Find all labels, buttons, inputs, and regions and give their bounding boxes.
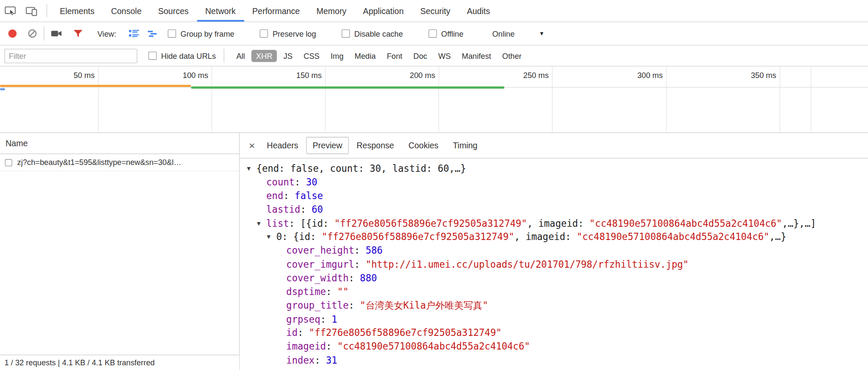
detail-tab-headers[interactable]: Headers	[260, 137, 305, 154]
record-icon	[8, 29, 17, 38]
json-tree-row[interactable]: count: 30	[240, 176, 868, 189]
capture-screenshots-camera-icon[interactable]	[51, 29, 62, 38]
disclosure-triangle-icon[interactable]: ▼	[267, 231, 276, 244]
detail-tab-cookies[interactable]: Cookies	[402, 137, 445, 154]
json-tree-row[interactable]: ▼{end: false, count: 30, lastid: 60,…}	[240, 162, 868, 176]
json-tree-row[interactable]: ▼list: [{id: "ff276e8056f58896e7cf92505a…	[240, 217, 868, 230]
toolbar-checkboxes: Group by framePreserve logDisable cacheO…	[168, 29, 489, 38]
filter-type-media[interactable]: Media	[350, 49, 380, 62]
filter-funnel-icon[interactable]	[73, 29, 83, 38]
json-value-string: "http://i1.umei.cc/uploads/tu/201701/798…	[365, 259, 688, 270]
tab-performance[interactable]: Performance	[244, 0, 308, 22]
filter-type-all[interactable]: All	[232, 49, 249, 62]
json-tree-row[interactable]: end: false	[240, 189, 868, 203]
overview-bar-queueing	[0, 88, 5, 90]
json-text: :	[298, 327, 309, 338]
detail-tab-response[interactable]: Response	[350, 137, 401, 154]
json-text: {end: false, count: 30, lastid: 60,…}	[256, 163, 466, 174]
tab-memory[interactable]: Memory	[308, 0, 354, 22]
clear-button[interactable]	[28, 29, 37, 38]
tab-console[interactable]: Console	[103, 0, 150, 22]
offline-checkbox[interactable]	[428, 29, 437, 38]
json-tree-row[interactable]: cover_imgurl: "http://i1.umei.cc/uploads…	[240, 257, 868, 271]
tab-elements[interactable]: Elements	[52, 0, 103, 22]
filter-input[interactable]	[4, 49, 137, 63]
divider	[224, 49, 224, 63]
json-text: :	[283, 190, 295, 201]
json-tree-row[interactable]: lastid: 60	[240, 203, 868, 217]
request-name: zj?ch=beauty&t1=595&listtype=new&sn=30&l…	[17, 158, 181, 167]
filter-type-css[interactable]: CSS	[299, 49, 324, 62]
filter-type-js[interactable]: JS	[279, 49, 297, 62]
grid-line	[552, 66, 552, 133]
json-value-string: "ff276e8056f58896e7cf92505a312749"	[309, 327, 501, 338]
json-key: lastid	[266, 204, 300, 215]
json-text: :	[295, 176, 306, 188]
tab-sources[interactable]: Sources	[150, 0, 197, 22]
json-tree-row[interactable]: cover_width: 880	[240, 271, 868, 285]
filter-type-other[interactable]: Other	[498, 49, 526, 62]
request-checkbox[interactable]	[5, 159, 12, 166]
json-tree-row[interactable]: imageid: "cc48190e57100864abc4d55a2c4104…	[240, 340, 868, 353]
json-key: dsptime	[286, 286, 326, 297]
view-label: View:	[98, 29, 116, 38]
filter-type-doc[interactable]: Doc	[409, 49, 431, 62]
tick-label: 350 ms	[696, 71, 776, 80]
filter-type-ws[interactable]: WS	[434, 49, 455, 62]
status-bar: 1 / 32 requests | 4.1 KB / 4.1 KB transf…	[0, 355, 239, 370]
device-toolbar-icon[interactable]	[21, 0, 42, 22]
json-tree-row[interactable]: id: "ff276e8056f58896e7cf92505a312749"	[240, 326, 868, 340]
offline-label: Offline	[441, 29, 463, 38]
json-tree-row[interactable]: index: 31	[240, 353, 868, 367]
disclosure-triangle-icon[interactable]: ▼	[257, 217, 266, 231]
filter-type-manifest[interactable]: Manifest	[457, 49, 496, 62]
group-by-frame-checkbox[interactable]	[168, 29, 176, 38]
json-tree-row[interactable]: ▼0: {id: "ff276e8056f58896e7cf92505a3127…	[240, 230, 868, 244]
json-text: :	[326, 341, 337, 352]
tick-label: 300 ms	[583, 71, 663, 80]
overview-bar-receiving	[191, 87, 505, 89]
filter-type-img[interactable]: Img	[326, 49, 348, 62]
tab-audits[interactable]: Audits	[459, 0, 498, 22]
json-tree-row[interactable]: cover_height: 586	[240, 244, 868, 257]
json-value-string: "ff276e8056f58896e7cf92505a312749"	[322, 231, 514, 243]
panel-tabs: ElementsConsoleSourcesNetworkPerformance…	[52, 0, 498, 22]
request-row[interactable]: zj?ch=beauty&t1=595&listtype=new&sn=30&l…	[0, 154, 239, 171]
json-key: end	[266, 190, 283, 201]
name-column-header[interactable]: Name	[0, 133, 239, 154]
tab-application[interactable]: Application	[355, 0, 412, 22]
large-request-rows-icon[interactable]	[129, 29, 140, 38]
timeline-overview[interactable]: 50 ms100 ms150 ms200 ms250 ms300 ms350 m…	[0, 66, 868, 133]
show-overview-icon[interactable]	[147, 29, 158, 38]
throttling-dropdown[interactable]: Online ▼	[492, 29, 545, 38]
preserve-log-label: Preserve log	[273, 29, 316, 38]
disclosure-triangle-icon[interactable]: ▼	[247, 162, 256, 176]
json-text: :	[354, 245, 366, 256]
close-icon[interactable]: ×	[244, 139, 259, 152]
json-tree-row[interactable]: group_title: "台湾美女Kila户外唯美写真"	[240, 299, 868, 312]
filter-type-font[interactable]: Font	[382, 49, 407, 62]
filter-type-xhr[interactable]: XHR	[252, 49, 277, 62]
tick-label: 50 ms	[15, 71, 95, 80]
json-value-string: "cc48190e57100864abc4d55a2c4104c6"	[589, 218, 782, 229]
record-button[interactable]	[6, 29, 19, 38]
json-text: ,…},…]	[782, 218, 816, 229]
checkbox-item-group-by-frame: Group by frame	[168, 29, 234, 38]
json-preview-tree: ▼{end: false, count: 30, lastid: 60,…}co…	[240, 159, 868, 370]
preserve-log-checkbox[interactable]	[260, 29, 268, 38]
json-key: group_title	[286, 300, 348, 311]
json-tree-row[interactable]: dsptime: ""	[240, 285, 868, 298]
tab-network[interactable]: Network	[197, 0, 244, 22]
inspect-element-icon[interactable]	[0, 0, 21, 22]
detail-tab-preview[interactable]: Preview	[306, 137, 349, 154]
tab-security[interactable]: Security	[412, 0, 458, 22]
json-value-string: "cc48190e57100864abc4d55a2c4104c6"	[577, 231, 769, 243]
json-key: cover_imgurl	[286, 259, 354, 270]
json-text: :	[320, 313, 332, 324]
detail-tab-timing[interactable]: Timing	[446, 137, 484, 154]
disable-cache-checkbox[interactable]	[342, 29, 350, 38]
json-text: :	[348, 272, 360, 283]
requests-panel: Name zj?ch=beauty&t1=595&listtype=new&sn…	[0, 133, 240, 370]
json-tree-row[interactable]: grpseq: 1	[240, 312, 868, 326]
hide-data-urls-checkbox[interactable]	[148, 52, 157, 60]
